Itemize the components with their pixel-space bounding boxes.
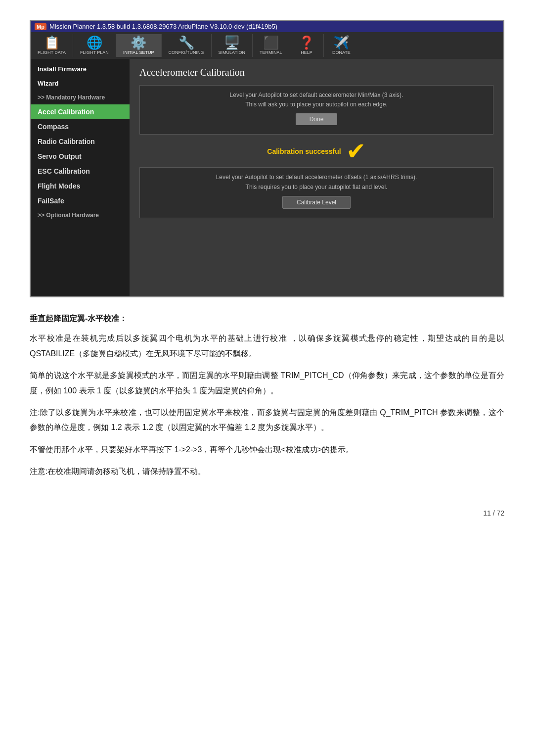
sidebar-item-servo-output[interactable]: Servo Output — [31, 149, 130, 164]
toolbar-initial-setup-label: INITIAL SETUP — [123, 50, 154, 55]
toolbar-terminal[interactable]: ⬛ TERMINAL — [253, 34, 290, 57]
doc-para-3: 注:除了以多旋翼为水平来校准，也可以使用固定翼水平来校准，而多旋翼与固定翼的角度… — [30, 405, 504, 435]
toolbar-flight-data-label: FLIGHT DATA — [38, 50, 66, 55]
toolbar-flight-data[interactable]: 📋 FLIGHT DATA — [31, 34, 73, 57]
doc-para-5: 注意:在校准期间请勿移动飞机，请保持静置不动。 — [30, 464, 504, 479]
instruction-text-2: Level your Autopilot to set default acce… — [216, 174, 417, 190]
sidebar-item-wizard[interactable]: Wizard — [31, 76, 130, 91]
toolbar-config-tuning[interactable]: 🔧 CONFIG/TUNING — [162, 34, 212, 57]
sidebar-item-mandatory-hardware[interactable]: >> Mandatory Hardware — [31, 91, 130, 104]
mission-planner-screenshot: Mp Mission Planner 1.3.58 build 1.3.6808… — [30, 20, 504, 297]
titlebar-logo: Mp — [35, 23, 46, 30]
content-area: Accelerometer Calibration Level your Aut… — [130, 59, 503, 296]
toolbar-donate[interactable]: ✈️ DONATE — [324, 34, 358, 57]
donate-icon: ✈️ — [333, 36, 349, 49]
document-section: 垂直起降固定翼-水平校准： 水平校准是在装机完成后以多旋翼四个电机为水平的基础上… — [30, 311, 504, 479]
config-tuning-icon: 🔧 — [178, 36, 194, 49]
toolbar-help-label: HELP — [301, 50, 312, 55]
calibration-success-text: Calibration successful — [267, 147, 341, 155]
page-number: 11 / 72 — [30, 509, 504, 517]
sidebar-item-flight-modes[interactable]: Flight Modes — [31, 179, 130, 193]
doc-para-1: 水平校准是在装机完成后以多旋翼四个电机为水平的基础上进行校准 ，以确保多旋翼模式… — [30, 331, 504, 361]
terminal-icon: ⬛ — [263, 36, 279, 49]
sidebar-item-failsafe[interactable]: FailSafe — [31, 193, 130, 208]
doc-heading: 垂直起降固定翼-水平校准： — [30, 311, 504, 326]
toolbar-terminal-label: TERMINAL — [260, 50, 282, 55]
sidebar-item-esc-calibration[interactable]: ESC Calibration — [31, 164, 130, 179]
toolbar-flight-plan[interactable]: 🌐 FLIGHT PLAN — [73, 34, 116, 57]
checkmark-icon: ✔ — [346, 140, 366, 163]
toolbar-help[interactable]: ❓ HELP — [289, 34, 324, 57]
main-area: Install Firmware Wizard >> Mandatory Har… — [31, 59, 503, 296]
flight-plan-icon: 🌐 — [87, 36, 102, 49]
titlebar: Mp Mission Planner 1.3.58 build 1.3.6808… — [31, 21, 503, 32]
flight-data-icon: 📋 — [44, 36, 60, 49]
calibration-success-row: Calibration successful ✔ — [139, 140, 493, 163]
titlebar-title: Mission Planner 1.3.58 build 1.3.6808.29… — [49, 23, 277, 30]
toolbar-donate-label: DONATE — [332, 50, 351, 55]
done-button[interactable]: Done — [296, 113, 338, 125]
sidebar-item-accel-calibration[interactable]: Accel Calibration — [31, 104, 130, 119]
instruction-box-1: Level your Autopilot to set default acce… — [139, 85, 493, 135]
toolbar-simulation-label: SIMULATION — [219, 50, 245, 55]
instruction-box-2: Level your Autopilot to set default acce… — [139, 167, 493, 218]
toolbar-flight-plan-label: FLIGHT PLAN — [80, 50, 109, 55]
instruction-text-1: Level your Autopilot to set default acce… — [230, 92, 403, 108]
sidebar: Install Firmware Wizard >> Mandatory Har… — [31, 59, 130, 296]
simulation-icon: 🖥️ — [224, 36, 240, 49]
sidebar-item-install-firmware[interactable]: Install Firmware — [31, 62, 130, 76]
help-icon: ❓ — [299, 36, 314, 49]
toolbar-config-tuning-label: CONFIG/TUNING — [169, 50, 204, 55]
toolbar-simulation[interactable]: 🖥️ SIMULATION — [212, 34, 253, 57]
toolbar: 📋 FLIGHT DATA 🌐 FLIGHT PLAN ⚙️ INITIAL S… — [31, 32, 503, 59]
sidebar-item-optional-hardware[interactable]: >> Optional Hardware — [31, 208, 130, 222]
doc-para-4: 不管使用那个水平，只要架好水平再按下 1->2->3，再等个几秒钟会出现<校准成… — [30, 442, 504, 457]
calibrate-level-button[interactable]: Calibrate Level — [282, 196, 351, 209]
initial-setup-icon: ⚙️ — [131, 36, 146, 49]
sidebar-item-compass[interactable]: Compass — [31, 119, 130, 134]
content-title: Accelerometer Calibration — [139, 67, 493, 78]
toolbar-initial-setup[interactable]: ⚙️ INITIAL SETUP — [116, 34, 162, 57]
doc-para-2: 简单的说这个水平就是多旋翼模式的水平，而固定翼的水平则藉由调整 TRIM_PIT… — [30, 368, 504, 398]
sidebar-item-radio-calibration[interactable]: Radio Calibration — [31, 134, 130, 149]
